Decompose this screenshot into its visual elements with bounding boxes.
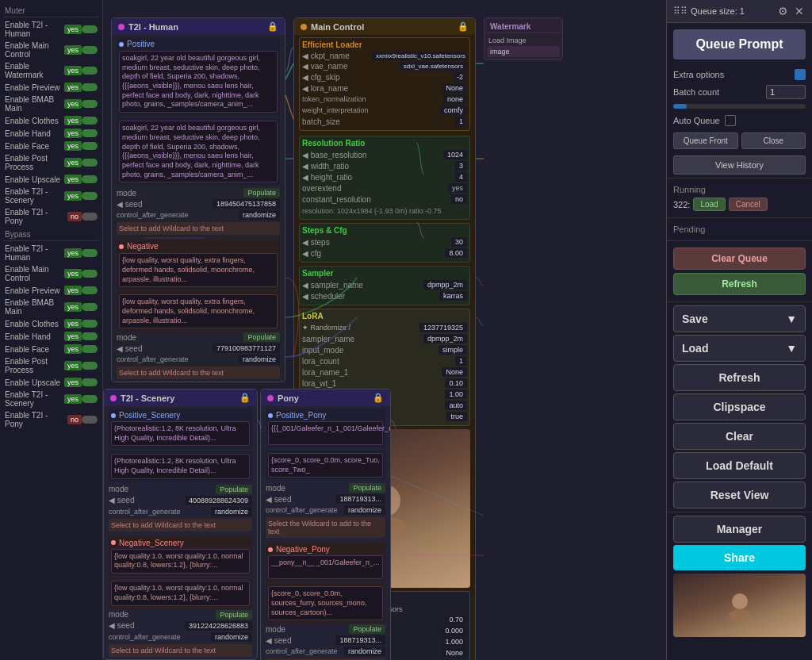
select-wildcard-scenery-btn[interactable]: Select to add Wildcard to the text bbox=[109, 519, 252, 531]
pony-mode-row-2: mode Populate bbox=[266, 624, 385, 634]
bypass-row-upscale[interactable]: Enable Upscale yes bbox=[3, 376, 99, 389]
sidebar-row-t2i-scenery[interactable]: Enable T2I - Scenery yes bbox=[3, 186, 99, 206]
positive-pony-text-2[interactable]: {score_0, score_0.0m, score_Tuo, score_T… bbox=[268, 453, 383, 478]
queue-control-buttons: Clear Queue Refresh bbox=[667, 244, 812, 298]
queue-prompt-button[interactable]: Queue Prompt bbox=[673, 29, 806, 59]
negative-pony-section: Negative_Pony __pony__n__ _001/Galeefer_… bbox=[266, 543, 385, 581]
running-cancel-button[interactable]: Cancel bbox=[729, 198, 768, 211]
settings-gear-button[interactable]: ⚙ bbox=[776, 5, 790, 17]
t2i-scenery-node: T2I - Scenery 🔒 Positive_Scenery (Photor… bbox=[103, 389, 258, 660]
select-wildcard-scenery-btn-2[interactable]: Select to add Wildcard to the text bbox=[109, 644, 252, 657]
select-wildcard-pony-btn[interactable]: Select the Wildcard to add to the text bbox=[266, 517, 385, 538]
negative-text[interactable]: {low quality, worst quality, extra finge… bbox=[119, 253, 278, 287]
manager-button[interactable]: Manager bbox=[673, 516, 806, 543]
save-button-row[interactable]: Save ▼ bbox=[673, 305, 806, 332]
auto-queue-row: Auto Queue bbox=[667, 112, 812, 129]
sampler-header: Sampler bbox=[302, 269, 467, 278]
queue-header: ⠿⠿ Queue size: 1 ⚙ ✕ bbox=[667, 0, 812, 23]
steps-cfg-section: Steps & Cfg ◀ steps 30 ◀ cfg 8.00 bbox=[299, 223, 470, 263]
clear-queue-button[interactable]: Clear Queue bbox=[673, 248, 806, 270]
sidebar-row-t2i-pony[interactable]: Enable T2I - Pony no bbox=[3, 206, 99, 227]
drag-handle-icon: ⠿⠿ bbox=[673, 6, 688, 17]
close-panel-button[interactable]: ✕ bbox=[793, 5, 806, 17]
scheduler-row: ◀ scheduler karras bbox=[302, 291, 467, 301]
negative-label: Negative bbox=[127, 242, 158, 251]
select-wildcard-btn[interactable]: Select to add Wildcard to the text bbox=[117, 222, 280, 235]
positive-pony-text[interactable]: {{{_001/Galeefer_n_1_001/Galeefer_n_1_30… bbox=[268, 421, 383, 445]
negative-text-2[interactable]: {low quality, worst quality, extra finge… bbox=[119, 294, 278, 328]
clipspace-button[interactable]: Clipspace bbox=[673, 393, 806, 420]
pony-dot bbox=[267, 395, 274, 401]
negative-pony-text-2[interactable]: {score_0, score_0.0m, sources_furry, sou… bbox=[268, 586, 383, 620]
sidebar-row-main-control[interactable]: Enable Main Control yes bbox=[3, 40, 99, 60]
positive-scenery-section-2: (Photorealistic:1.2, 8K resolution, Ultr… bbox=[109, 451, 252, 481]
sidebar-row-t2i-human[interactable]: Enable T2I - Human yes bbox=[3, 19, 99, 40]
refresh-main-button[interactable]: Refresh bbox=[673, 364, 806, 391]
lora-header: LoRA bbox=[302, 312, 467, 320]
close-button[interactable]: Close bbox=[741, 132, 806, 149]
negative-scenery-text[interactable]: {low quality:1.0, worst quality:1.0, nor… bbox=[111, 549, 250, 574]
running-row: 322: Load Cancel bbox=[673, 198, 806, 211]
positive-header-row: Positive bbox=[119, 40, 278, 48]
main-control-lock-icon[interactable]: 🔒 bbox=[458, 21, 469, 32]
positive-scenery-text[interactable]: (Photorealistic:1.2, 8K resolution, Ultr… bbox=[111, 421, 250, 446]
bypass-row-t2i-pony[interactable]: Enable T2I - Pony no bbox=[3, 409, 99, 430]
sidebar-row-upscale[interactable]: Enable Upscale yes bbox=[3, 173, 99, 186]
batch-count-input[interactable] bbox=[766, 85, 806, 99]
running-number: 322: bbox=[673, 200, 690, 209]
bypass-row-t2i-scenery[interactable]: Enable T2I - Scenery yes bbox=[3, 389, 99, 409]
bypass-row-preview[interactable]: Enable Preview yes bbox=[3, 284, 99, 297]
lora-name-row: ◀ lora_name None bbox=[302, 83, 467, 93]
bypass-row-bmab-main[interactable]: Enable BMAB Main yes bbox=[3, 297, 99, 317]
running-load-button[interactable]: Load bbox=[693, 198, 725, 211]
pony-mode-row: mode Populate bbox=[266, 483, 385, 493]
sidebar-row-preview[interactable]: Enable Preview yes bbox=[3, 81, 99, 94]
pending-title: Pending bbox=[673, 224, 806, 234]
load-button-row[interactable]: Load ▼ bbox=[673, 335, 806, 362]
sidebar-row-hand[interactable]: Enable Hand yes bbox=[3, 127, 99, 140]
sidebar-row-clothes[interactable]: Enable Clothes yes bbox=[3, 114, 99, 127]
divider-1 bbox=[667, 178, 812, 178]
auto-queue-checkbox[interactable] bbox=[725, 115, 736, 126]
t2i-human-lock-icon[interactable]: 🔒 bbox=[267, 21, 278, 32]
control-after-row: control_after_generate randomize bbox=[117, 210, 280, 220]
svg-line-3 bbox=[285, 95, 293, 119]
extra-options-checkbox[interactable] bbox=[795, 69, 806, 80]
scenery-ctrl-row-2: control_after_generate randomize bbox=[109, 632, 252, 642]
reset-view-button[interactable]: Reset View bbox=[673, 482, 806, 508]
pony-seed-row-2: ◀ seed 188719313... bbox=[266, 635, 385, 645]
main-control-header: Main Control 🔒 bbox=[294, 18, 475, 35]
negative-pony-text[interactable]: __pony__n__ _001/Galeefer_n_... bbox=[268, 555, 383, 579]
bypass-row-main-control[interactable]: Enable Main Control yes bbox=[3, 263, 99, 284]
sidebar-row-watermark[interactable]: Enable Watermark yes bbox=[3, 60, 99, 81]
pony-lock-icon[interactable]: 🔒 bbox=[373, 393, 384, 403]
bypass-row-post-process[interactable]: Enable Post Process yes bbox=[3, 355, 99, 376]
negative-scenery-text-2[interactable]: {low quality:1.0, worst quality:1.0, nor… bbox=[111, 581, 250, 605]
view-history-button[interactable]: View History bbox=[673, 155, 806, 175]
clear-button[interactable]: Clear bbox=[673, 423, 806, 450]
bypass-row-t2i-human[interactable]: Enable T2I - Human yes bbox=[3, 243, 99, 263]
queue-actions: Queue Front Close bbox=[667, 129, 812, 152]
bypass-row-hand[interactable]: Enable Hand yes bbox=[3, 330, 99, 343]
load-default-button[interactable]: Load Default bbox=[673, 452, 806, 479]
t2i-scenery-lock-icon[interactable]: 🔒 bbox=[239, 393, 251, 403]
positive-text-2[interactable]: soakgirl, 22 year old beautiful gorgeous… bbox=[119, 121, 278, 182]
canvas-area[interactable]: T2I - Human 🔒 Positive soakgirl, 22 year… bbox=[103, 0, 666, 660]
refresh-queue-button[interactable]: Refresh bbox=[673, 273, 806, 295]
share-button[interactable]: Share bbox=[673, 545, 806, 570]
lora-count-row: lora_count 1 bbox=[302, 356, 467, 366]
running-title: Running bbox=[673, 185, 806, 194]
positive-text[interactable]: soakgirl, 22 year old beautiful gorgeous… bbox=[119, 51, 278, 113]
watermark-image-label[interactable]: image bbox=[487, 46, 560, 57]
sidebar-row-face[interactable]: Enable Face yes bbox=[3, 140, 99, 152]
sidebar-row-bmab-main[interactable]: Enable BMAB Main yes bbox=[3, 94, 99, 114]
bypass-row-face[interactable]: Enable Face yes bbox=[3, 343, 99, 355]
sidebar-row-post-process[interactable]: Enable Post Process yes bbox=[3, 152, 99, 173]
queue-front-button[interactable]: Queue Front bbox=[673, 132, 738, 149]
select-wildcard-btn-2[interactable]: Select to add Wildcard to the text bbox=[117, 366, 280, 379]
divider-2 bbox=[667, 217, 812, 218]
bypass-row-clothes[interactable]: Enable Clothes yes bbox=[3, 317, 99, 330]
main-control-dot bbox=[301, 24, 307, 30]
vae-name-row: ◀ vae_name sdxl_vae.safetensors bbox=[302, 62, 467, 71]
positive-scenery-text-2[interactable]: (Photorealistic:1.2, 8K resolution, Ultr… bbox=[111, 454, 250, 478]
